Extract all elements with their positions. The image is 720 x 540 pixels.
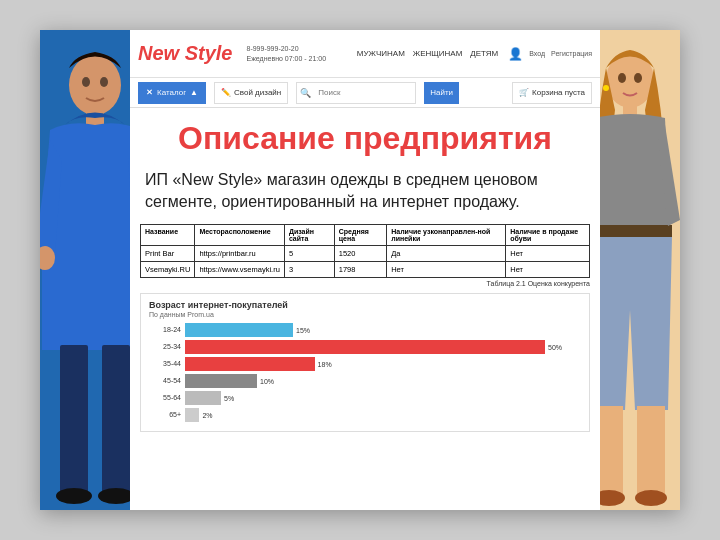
svg-point-9 (82, 77, 90, 87)
nav-icons: 👤 Вход Регистрация (508, 47, 592, 61)
navbar: New Style 8-999-999-20-20 Ежедневно 07:0… (130, 30, 600, 78)
bar-pct-label: 18% (318, 360, 332, 367)
table-cell: 3 (284, 261, 334, 277)
bar-row: 45-5410% (149, 374, 581, 388)
register-link[interactable]: Регистрация (551, 50, 592, 57)
bar-fill (185, 340, 545, 354)
chart-subtitle: По данным Prom.ua (149, 311, 581, 318)
nav-women[interactable]: ЖЕНЩИНАМ (413, 49, 463, 58)
user-icon: 👤 (508, 47, 523, 61)
svg-point-19 (618, 73, 626, 83)
bar-track: 5% (185, 391, 581, 405)
table-row: Vsemayki.RUhttps://www.vsemayki.ru31798Н… (141, 261, 590, 277)
design-button[interactable]: ✏️ Свой дизайн (214, 82, 288, 104)
col-lineup: Наличие узконаправлен-ной линейки (387, 224, 506, 245)
chart-title: Возраст интернет-покупателей (149, 300, 581, 310)
login-link[interactable]: Вход (529, 50, 545, 57)
catalog-button[interactable]: ✕ Каталог ▲ (138, 82, 206, 104)
bar-track: 10% (185, 374, 581, 388)
svg-rect-14 (588, 225, 672, 237)
table-cell: 1798 (334, 261, 386, 277)
bar-label: 55-64 (149, 394, 181, 401)
search-input[interactable] (314, 86, 415, 99)
competitor-table: Название Месторасположение Дизайн сайта … (140, 224, 590, 278)
bar-pct-label: 2% (202, 411, 212, 418)
phone-number: 8-999-999-20-20 (246, 44, 326, 53)
subnav: ✕ Каталог ▲ ✏️ Свой дизайн 🔍 Найти 🛒 Кор… (130, 78, 600, 108)
design-label: Свой дизайн (234, 88, 281, 97)
col-location: Месторасположение (195, 224, 284, 245)
table-header-row: Название Месторасположение Дизайн сайта … (141, 224, 590, 245)
cart-button[interactable]: 🛒 Корзина пуста (512, 82, 592, 104)
bar-pct-label: 10% (260, 377, 274, 384)
search-button[interactable]: Найти (424, 82, 459, 104)
hours: Ежедневно 07:00 - 21:00 (246, 54, 326, 63)
bar-pct-label: 5% (224, 394, 234, 401)
svg-rect-5 (60, 345, 88, 495)
chart-container: Возраст интернет-покупателей По данным P… (140, 293, 590, 432)
bar-track: 2% (185, 408, 581, 422)
table-cell: Нет (506, 261, 590, 277)
svg-rect-16 (637, 406, 665, 496)
chart-bars: 18-2415%25-3450%35-4418%45-5410%55-645%6… (149, 323, 581, 422)
table-cell: Нет (506, 245, 590, 261)
bar-row: 55-645% (149, 391, 581, 405)
svg-point-20 (634, 73, 642, 83)
description-text: ИП «New Style» магазин одежды в среднем … (130, 165, 600, 224)
table-cell: https://printbar.ru (195, 245, 284, 261)
search-area: 🔍 (296, 82, 416, 104)
bar-label: 65+ (149, 411, 181, 418)
page-title: Описание предприятия (130, 108, 600, 165)
table-cell: Print Bar (141, 245, 195, 261)
col-design: Дизайн сайта (284, 224, 334, 245)
table-cell: 5 (284, 245, 334, 261)
svg-rect-6 (102, 345, 130, 495)
bar-track: 18% (185, 357, 581, 371)
table-row: Print Barhttps://printbar.ru51520ДаНет (141, 245, 590, 261)
bar-fill (185, 408, 199, 422)
table-cell: 1520 (334, 245, 386, 261)
bar-fill (185, 374, 257, 388)
svg-point-7 (56, 488, 92, 504)
nav-men[interactable]: МУЖЧИНАМ (357, 49, 405, 58)
bar-pct-label: 50% (548, 343, 562, 350)
bar-row: 25-3450% (149, 340, 581, 354)
bar-label: 18-24 (149, 326, 181, 333)
nav-kids[interactable]: ДЕТЯМ (470, 49, 498, 58)
slide: New Style 8-999-999-20-20 Ежедневно 07:0… (40, 30, 680, 510)
svg-point-8 (98, 488, 134, 504)
main-content: New Style 8-999-999-20-20 Ежедневно 07:0… (130, 30, 600, 510)
svg-point-1 (69, 55, 121, 115)
bar-track: 50% (185, 340, 581, 354)
close-icon: ✕ (146, 88, 153, 97)
table-cell: Vsemayki.RU (141, 261, 195, 277)
table-cell: Да (387, 245, 506, 261)
bar-pct-label: 15% (296, 326, 310, 333)
cart-icon: 🛒 (519, 88, 529, 97)
table-cell: Нет (387, 261, 506, 277)
bar-row: 18-2415% (149, 323, 581, 337)
bar-label: 35-44 (149, 360, 181, 367)
svg-point-18 (635, 490, 667, 506)
bar-fill (185, 323, 293, 337)
bar-fill (185, 357, 315, 371)
bar-track: 15% (185, 323, 581, 337)
table-cell: https://www.vsemayki.ru (195, 261, 284, 277)
search-icon: 🔍 (297, 86, 314, 100)
col-price: Средняя цена (334, 224, 386, 245)
svg-point-21 (603, 85, 609, 91)
svg-point-10 (100, 77, 108, 87)
table-caption: Таблица 2.1 Оценка конкурента (130, 280, 600, 287)
bar-label: 25-34 (149, 343, 181, 350)
bar-row: 35-4418% (149, 357, 581, 371)
cart-label: Корзина пуста (532, 88, 585, 97)
col-name: Название (141, 224, 195, 245)
phone-info: 8-999-999-20-20 Ежедневно 07:00 - 21:00 (246, 44, 326, 62)
bar-label: 45-54 (149, 377, 181, 384)
logo[interactable]: New Style (138, 42, 232, 65)
col-shoes: Наличие в продаже обуви (506, 224, 590, 245)
bar-fill (185, 391, 221, 405)
chevron-up-icon: ▲ (190, 88, 198, 97)
bar-row: 65+2% (149, 408, 581, 422)
nav-links: МУЖЧИНАМ ЖЕНЩИНАМ ДЕТЯМ (357, 49, 498, 58)
